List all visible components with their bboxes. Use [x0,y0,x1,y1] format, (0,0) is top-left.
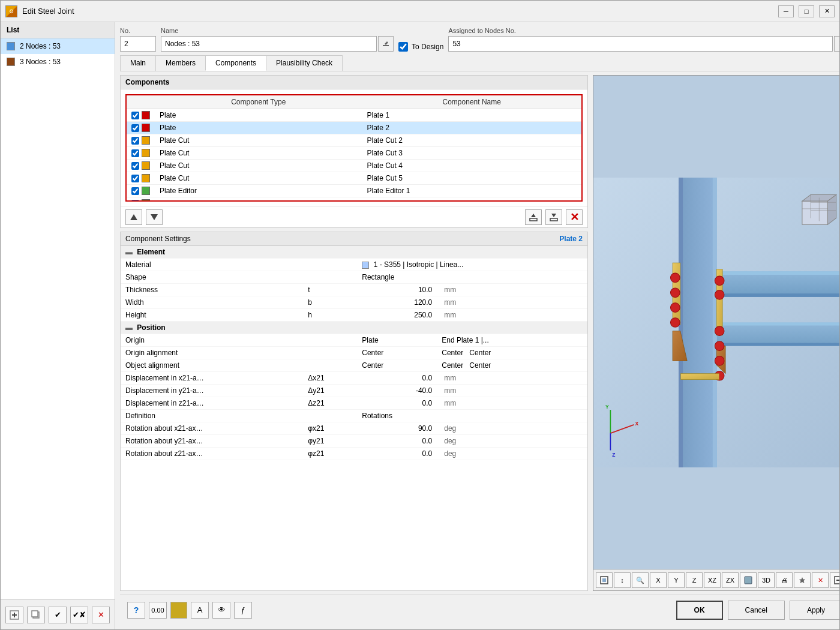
disp-z-unit: mm [437,397,587,410]
assigned-input[interactable] [448,36,833,52]
viewer-zoom-button[interactable]: 🔍 [632,572,649,588]
component-row[interactable]: Plate Cut Plate Cut 5 [127,172,581,185]
svg-rect-13 [679,178,717,467]
tab-plausibility[interactable]: Plausibility Check [266,55,343,71]
comp-name: Plate Editor 2 [362,197,581,201]
add-item-button[interactable] [5,607,23,623]
list-item[interactable]: 3 Nodes : 53 [1,54,115,70]
comp-type: Plate Cut [155,160,362,172]
comp-checkbox[interactable] [131,124,139,132]
material-button[interactable] [170,602,187,619]
viewer-settings-button[interactable] [794,572,811,588]
to-design-checkbox[interactable] [398,42,408,52]
svg-rect-5 [383,45,389,46]
comp-name: Plate 2 [362,122,581,134]
eye-button[interactable]: 👁 [212,602,230,619]
component-row[interactable]: Plate Editor Plate Editor 1 [127,185,581,197]
apply-button[interactable]: Apply [790,601,839,620]
rot-z-param: φz21 [303,448,357,460]
components-scrollable[interactable]: Component Type Component Name Plate Plat… [127,95,581,200]
move-up-button[interactable] [125,209,142,225]
shape-label: Shape [121,271,303,284]
svg-rect-37 [802,201,828,224]
svg-rect-36 [681,374,719,380]
export-button[interactable] [545,209,562,225]
viewer-zx-button[interactable]: ZX [722,572,739,588]
definition-row: Definition Rotations [121,410,587,422]
svg-point-29 [671,318,680,328]
components-panel: Components Component Type [120,75,588,228]
element-toggle[interactable]: ▬ [125,248,133,256]
object-alignment-row: Object alignment Center Center Center [121,359,587,372]
viewer-print-button[interactable]: 🖨 [776,572,793,588]
comp-color-swatch [142,149,150,157]
viewer-render-button[interactable] [740,572,757,588]
comp-checkbox[interactable] [131,112,139,119]
uncheck-all-button[interactable]: ✔✘ [70,607,88,623]
delete-component-button[interactable]: ✕ [566,209,583,225]
component-row[interactable]: Plate Cut Plate Cut 2 [127,134,581,147]
component-row[interactable]: Plate Cut Plate Cut 4 [127,160,581,172]
import-button[interactable] [525,209,542,225]
component-row[interactable]: Plate Editor Plate Editor 2 [127,197,581,201]
comp-color-swatch [142,199,150,200]
cancel-button[interactable]: Cancel [728,601,785,620]
assigned-label: Assigned to Nodes No. [448,27,839,34]
comp-checkbox[interactable] [131,137,139,145]
disp-z-param: Δz21 [303,397,357,410]
rot-z-value: 0.0 [357,448,437,460]
name-input-group [161,36,394,52]
name-input[interactable] [161,36,377,52]
svg-point-31 [715,290,724,300]
rot-x-label: Rotation about x21-ax… [121,422,303,435]
comp-checkbox[interactable] [131,162,139,170]
minimize-button[interactable]: ─ [778,5,794,17]
viewer-x-button[interactable]: X [650,572,667,588]
assigned-clear-button[interactable]: ✕ [834,36,839,52]
comp-color-swatch [142,174,150,182]
check-all-button[interactable]: ✔ [49,607,67,623]
close-button[interactable]: ✕ [819,5,835,17]
component-row[interactable]: Plate Cut Plate Cut 3 [127,147,581,160]
comp-type: Plate Cut [155,134,362,147]
viewer-xz-button[interactable]: XZ [704,572,721,588]
viewer-more-button[interactable] [830,572,839,588]
svg-text:X: X [635,421,639,427]
viewer-pan-button[interactable]: ↕ [614,572,631,588]
viewer-z-button[interactable]: Z [686,572,703,588]
maximize-button[interactable]: □ [799,5,814,17]
numeric-button[interactable]: 0.00 [149,602,167,619]
svg-rect-53 [745,577,752,584]
component-row[interactable]: Plate Plate 1 [127,109,581,122]
origin-alignment-v1: Center [357,347,437,359]
disp-y-label: Displacement in y21-a… [121,385,303,397]
list-item[interactable]: 2 Nodes : 53 [1,38,115,54]
viewer-y-button[interactable]: Y [668,572,685,588]
label-button[interactable]: A [191,602,209,619]
comp-checkbox[interactable] [131,200,139,201]
comp-checkbox[interactable] [131,149,139,157]
position-toggle[interactable]: ▬ [125,323,133,332]
viewer-3d-button[interactable]: 3D [758,572,775,588]
no-label: No. [120,27,156,34]
viewer-content[interactable]: Y X Z [593,76,839,569]
comp-checkbox[interactable] [131,187,139,195]
viewer-select-button[interactable] [596,572,613,588]
tab-main[interactable]: Main [120,55,156,71]
no-input[interactable] [120,36,156,52]
component-row[interactable]: Plate Plate 2 [127,122,581,134]
assigned-input-group: ✕ [448,36,839,52]
delete-item-button[interactable]: ✕ [92,607,110,623]
help-button[interactable]: ? [127,602,145,619]
formula-button[interactable]: ƒ [234,602,252,619]
name-edit-button[interactable] [378,36,394,52]
tab-components[interactable]: Components [205,55,266,71]
tab-members[interactable]: Members [155,55,206,71]
duplicate-item-button[interactable] [27,607,45,623]
viewer-cancel-view-button[interactable]: ✕ [812,572,829,588]
comp-checkbox[interactable] [131,175,139,182]
thickness-unit: mm [437,284,587,296]
ok-button[interactable]: OK [676,601,723,620]
move-down-button[interactable] [146,209,163,225]
comp-color-swatch [142,136,150,145]
